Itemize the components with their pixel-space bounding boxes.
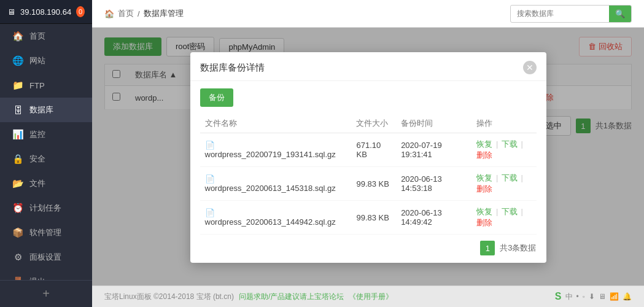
footer-icon-alarm: 🔔 — [623, 292, 632, 301]
file-delete-link-1[interactable]: 删除 — [476, 184, 492, 193]
file-size-cell-1: 99.83 KB — [351, 167, 396, 201]
modal-table-footer: 1 共3条数据 — [200, 241, 537, 255]
nav-label-files: 文件 — [29, 178, 45, 189]
backup-files-table: 文件名称 文件大小 备份时间 操作 📄wordpress_20200719_19… — [200, 114, 537, 235]
file-icon-0: 📄 — [205, 141, 215, 150]
col-file-actions: 操作 — [471, 114, 536, 133]
content-area: 添加数据库 root密码 phpMyAdmin 🗑 回收站 数据库名 ▲ 用户名… — [92, 28, 644, 286]
modal-close-button[interactable]: ✕ — [523, 61, 537, 74]
nav-icon-files: 📂 — [12, 178, 23, 189]
col-backup-time: 备份时间 — [396, 114, 471, 133]
home-icon: 🏠 — [104, 9, 114, 18]
sidebar-item-software[interactable]: 📦软件管理 — [0, 220, 92, 245]
download-link-2[interactable]: 下载 — [502, 207, 518, 216]
nav-label-software: 软件管理 — [29, 227, 61, 238]
notification-badge: 0 — [76, 6, 85, 17]
modal-table-header: 文件名称 文件大小 备份时间 操作 — [200, 114, 537, 133]
nav-icon-website: 🌐 — [12, 55, 23, 66]
sidebar-item-panel[interactable]: ⚙面板设置 — [0, 245, 92, 270]
footer-copyright: 宝塔Linux面板 ©2014-2018 宝塔 (bt.cn) — [104, 292, 234, 302]
breadcrumb: 🏠 首页 / 数据库管理 — [104, 8, 505, 19]
search-box: 🔍 — [510, 5, 632, 23]
col-filesize: 文件大小 — [351, 114, 396, 133]
search-input[interactable] — [511, 6, 609, 21]
nav-icon-ftp: 📁 — [12, 80, 23, 91]
file-name-cell-1: 📄wordpress_20200613_145318.sql.gz — [200, 167, 352, 201]
footer-icon-zh: 中 — [565, 292, 573, 302]
file-name-cell-2: 📄wordpress_20200613_144942.sql.gz — [200, 201, 352, 235]
file-icon-2: 📄 — [205, 208, 215, 217]
backup-button[interactable]: 备份 — [200, 88, 233, 107]
footer-icon-monitor: 🖥 — [599, 292, 606, 301]
nav-icon-home: 🏠 — [12, 31, 23, 42]
modal-table-row: 📄wordpress_20200719_193141.sql.gz 671.10… — [200, 133, 537, 167]
sidebar-item-ftp[interactable]: 📁FTP — [0, 73, 92, 98]
sidebar-item-crontask[interactable]: ⏰计划任务 — [0, 196, 92, 220]
modal-page-number[interactable]: 1 — [480, 241, 495, 255]
modal-body: 备份 文件名称 文件大小 备份时间 操作 📄wor — [190, 81, 546, 263]
breadcrumb-home[interactable]: 首页 — [118, 8, 134, 19]
search-button[interactable]: 🔍 — [609, 6, 631, 22]
modal-table-row: 📄wordpress_20200613_145318.sql.gz 99.83 … — [200, 167, 537, 201]
file-actions-cell-0: 恢复 | 下载 | 删除 — [471, 133, 536, 167]
footer-manual-link[interactable]: 《使用手册》 — [349, 292, 393, 302]
file-time-cell-1: 2020-06-13 14:53:18 — [396, 167, 471, 201]
file-size-cell-2: 99.83 KB — [351, 201, 396, 235]
main-area: 🏠 首页 / 数据库管理 🔍 添加数据库 root密码 phpMyAdmin 🗑… — [92, 0, 644, 307]
file-icon-1: 📄 — [205, 174, 215, 184]
sidebar-item-home[interactable]: 🏠首页 — [0, 24, 92, 49]
file-time-cell-2: 2020-06-13 14:49:42 — [396, 201, 471, 235]
modal-action-bar: 备份 — [200, 88, 537, 107]
footer-icon-dot2: ◦ — [583, 292, 585, 301]
footer-icons: S 中 • ◦ ⬇ 🖥 📶 🔔 — [555, 291, 632, 302]
sidebar-nav: 🏠首页🌐网站📁FTP🗄数据库📊监控🔒安全📂文件⏰计划任务📦软件管理⚙面板设置🚪退… — [0, 24, 92, 280]
nav-label-home: 首页 — [29, 31, 45, 42]
nav-icon-database: 🗄 — [12, 105, 23, 115]
modal-title: 数据库备份详情 — [200, 62, 265, 74]
sidebar-item-database[interactable]: 🗄数据库 — [0, 98, 92, 122]
file-name-cell-0: 📄wordpress_20200719_193141.sql.gz — [200, 133, 352, 167]
restore-link-1[interactable]: 恢复 — [476, 173, 492, 182]
modal-header: 数据库备份详情 ✕ — [190, 52, 546, 81]
download-link-0[interactable]: 下载 — [502, 139, 518, 149]
restore-link-0[interactable]: 恢复 — [476, 139, 492, 149]
sidebar-item-website[interactable]: 🌐网站 — [0, 49, 92, 73]
breadcrumb-current: 数据库管理 — [144, 8, 184, 19]
sidebar-header: 🖥 39.108.190.64 0 — [0, 0, 92, 24]
nav-label-monitor: 监控 — [29, 129, 45, 140]
sidebar-footer: + — [0, 280, 92, 307]
nav-label-security: 安全 — [29, 154, 45, 165]
file-delete-link-2[interactable]: 删除 — [476, 218, 492, 227]
footer-icon-download: ⬇ — [589, 292, 595, 301]
file-actions-cell-1: 恢复 | 下载 | 删除 — [471, 167, 536, 201]
file-delete-link-0[interactable]: 删除 — [476, 150, 492, 160]
sidebar-item-logout[interactable]: 🚪退出 — [0, 270, 92, 280]
sidebar-item-files[interactable]: 📂文件 — [0, 171, 92, 196]
nav-icon-monitor: 📊 — [12, 129, 23, 140]
nav-label-panel: 面板设置 — [29, 252, 61, 263]
modal-total-count: 共3条数据 — [500, 243, 536, 254]
file-actions-cell-2: 恢复 | 下载 | 删除 — [471, 201, 536, 235]
col-filename: 文件名称 — [200, 114, 352, 133]
sidebar-item-monitor[interactable]: 📊监控 — [0, 122, 92, 147]
sidebar: 🖥 39.108.190.64 0 🏠首页🌐网站📁FTP🗄数据库📊监控🔒安全📂文… — [0, 0, 92, 307]
server-ip: 39.108.190.64 — [20, 7, 71, 17]
monitor-icon: 🖥 — [7, 7, 15, 17]
nav-icon-security: 🔒 — [12, 154, 23, 165]
download-link-1[interactable]: 下载 — [502, 173, 518, 182]
footer: 宝塔Linux面板 ©2014-2018 宝塔 (bt.cn) 问题求助/产品建… — [92, 286, 644, 307]
nav-label-ftp: FTP — [29, 81, 45, 90]
modal-overlay: 数据库备份详情 ✕ 备份 文件名称 文件大小 备份时间 操作 — [92, 28, 644, 286]
footer-help-link[interactable]: 问题求助/产品建议请上宝塔论坛 — [239, 292, 344, 302]
nav-label-website: 网站 — [29, 55, 45, 66]
restore-link-2[interactable]: 恢复 — [476, 207, 492, 216]
nav-label-database: 数据库 — [29, 104, 53, 115]
modal: 数据库备份详情 ✕ 备份 文件名称 文件大小 备份时间 操作 — [190, 52, 546, 263]
footer-icon-signal: 📶 — [610, 292, 619, 301]
sidebar-item-security[interactable]: 🔒安全 — [0, 147, 92, 171]
nav-icon-crontask: ⏰ — [12, 203, 23, 214]
topbar: 🏠 首页 / 数据库管理 🔍 — [92, 0, 644, 28]
add-button[interactable]: + — [42, 287, 50, 301]
nav-icon-software: 📦 — [12, 227, 23, 238]
nav-icon-panel: ⚙ — [12, 252, 23, 263]
